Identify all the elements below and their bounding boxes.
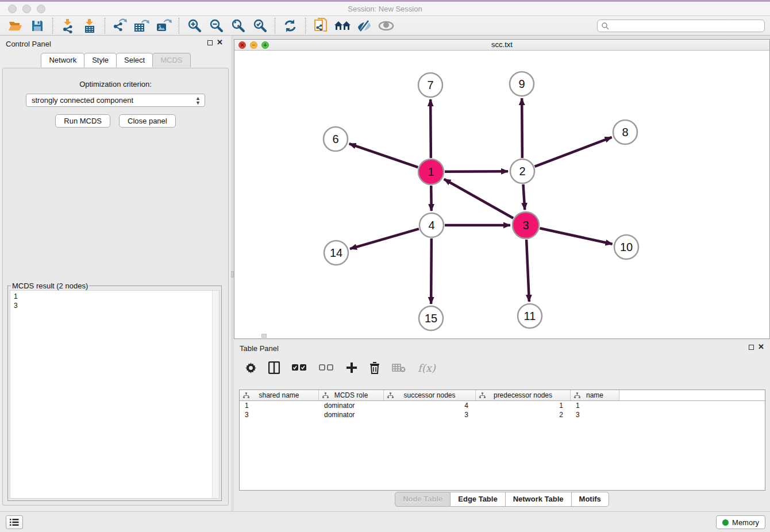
table-cell[interactable]: dominator [319, 401, 384, 410]
mcds-result-title: MCDS result (2 nodes) [11, 282, 89, 290]
gear-icon[interactable] [245, 363, 256, 373]
zoom-network-icon[interactable]: + [261, 41, 269, 49]
delete-icon[interactable] [369, 362, 380, 374]
import-table-icon[interactable] [79, 17, 101, 34]
column-header-name[interactable]: name [571, 390, 619, 400]
table-body: 1dominator4113dominator323 [240, 401, 765, 419]
function-icon[interactable]: f(x) [418, 362, 436, 374]
column-header-filler [619, 390, 765, 400]
title-bar: Session: New Session [0, 2, 770, 16]
node-label-1: 1 [428, 165, 434, 178]
minimize-network-icon[interactable]: − [250, 41, 257, 49]
main-area: Control Panel ✕ NetworkStyleSelectMCDS O… [0, 36, 770, 511]
node-table[interactable]: shared nameMCDS rolesuccessor nodesprede… [239, 390, 765, 491]
run-mcds-button[interactable]: Run MCDS [55, 114, 110, 128]
close-table-panel-icon[interactable]: ✕ [758, 342, 764, 351]
edge-3-10[interactable] [540, 228, 612, 244]
node-label-11: 11 [524, 310, 536, 322]
split-columns-icon[interactable] [268, 361, 280, 374]
export-network-icon[interactable] [109, 17, 131, 34]
column-header-predecessor-nodes[interactable]: predecessor nodes [476, 390, 571, 400]
memory-button[interactable]: Memory [716, 515, 765, 529]
edge-1-7[interactable] [430, 99, 431, 158]
table-row[interactable]: 1dominator411 [240, 401, 765, 410]
edge-2-3[interactable] [523, 184, 525, 210]
network-home-icon[interactable] [332, 17, 353, 34]
table-cell[interactable]: 3 [240, 410, 319, 419]
table-cell[interactable]: 3 [384, 410, 476, 419]
horizontal-divider-handle[interactable] [261, 334, 267, 338]
delete-table-icon[interactable] [392, 363, 406, 372]
table-cell[interactable]: dominator [319, 410, 384, 419]
memory-label: Memory [732, 518, 759, 527]
float-panel-icon[interactable] [207, 40, 213, 45]
toolbar-separator [179, 18, 179, 34]
float-table-panel-icon[interactable] [749, 345, 754, 350]
export-image-icon[interactable] [153, 17, 175, 34]
edge-1-2[interactable] [445, 171, 508, 172]
tab-style[interactable]: Style [84, 53, 117, 67]
tab-network-table[interactable]: Network Table [506, 492, 572, 507]
zoom-selected-icon[interactable] [249, 17, 271, 34]
window-title: Session: New Session [0, 2, 770, 16]
close-network-icon[interactable]: ✕ [238, 41, 246, 49]
edge-4-15[interactable] [431, 238, 432, 304]
tab-motifs[interactable]: Motifs [572, 492, 609, 507]
search-input[interactable] [609, 21, 764, 31]
node-label-15: 15 [425, 312, 437, 325]
network-window-titlebar[interactable]: ✕ − + scc.txt [234, 40, 769, 51]
select-all-icon[interactable] [292, 364, 307, 371]
refresh-layout-icon[interactable] [279, 17, 301, 34]
edge-3-1[interactable] [444, 179, 514, 218]
table-cell[interactable]: 1 [476, 401, 571, 410]
table-cell[interactable]: 1 [240, 401, 319, 410]
zoom-fit-icon[interactable] [227, 17, 249, 34]
table-row[interactable]: 3dominator323 [240, 410, 765, 419]
edge-3-11[interactable] [526, 240, 529, 302]
zoom-in-icon[interactable] [183, 17, 205, 34]
eye-icon[interactable] [375, 17, 397, 34]
add-column-icon[interactable] [346, 362, 357, 373]
hide-eye-icon[interactable] [353, 17, 375, 34]
column-header-successor-nodes[interactable]: successor nodes [384, 390, 476, 400]
node-label-6: 6 [332, 133, 338, 145]
deselect-all-icon[interactable] [319, 364, 334, 371]
column-label: name [586, 391, 603, 399]
minimize-window-icon[interactable] [22, 5, 31, 13]
mcds-result-area[interactable]: 1 3 [10, 290, 220, 499]
edge-2-8[interactable] [535, 137, 612, 167]
zoom-window-icon[interactable] [37, 5, 45, 13]
task-list-icon[interactable] [6, 515, 23, 529]
chevron-updown-icon: ▲▼ [195, 96, 201, 105]
table-cell[interactable]: 2 [476, 410, 571, 419]
optimization-criterion-select[interactable]: strongly connected component ▲▼ [26, 94, 205, 107]
zoom-out-icon[interactable] [205, 17, 227, 34]
search-field[interactable] [597, 20, 765, 32]
column-header-shared-name[interactable]: shared name [240, 390, 319, 400]
save-session-icon[interactable] [26, 17, 48, 34]
open-file-icon[interactable] [5, 17, 26, 34]
import-network-icon[interactable] [57, 17, 79, 34]
table-cell[interactable]: 4 [384, 401, 476, 410]
export-table-icon[interactable] [131, 17, 153, 34]
node-label-9: 9 [518, 78, 525, 90]
column-header-MCDS-role[interactable]: MCDS role [319, 390, 384, 400]
table-toolbar: f(x) [234, 355, 770, 379]
edge-1-6[interactable] [349, 144, 418, 167]
node-label-8: 8 [622, 126, 628, 138]
network-canvas[interactable]: 7968124314101511 [234, 51, 769, 338]
result-scrollbar[interactable] [212, 291, 219, 498]
tab-select[interactable]: Select [116, 53, 153, 67]
tab-edge-table[interactable]: Edge Table [451, 492, 505, 507]
tab-mcds[interactable]: MCDS [152, 53, 190, 67]
table-cell[interactable]: 1 [571, 401, 619, 410]
close-panel-button[interactable]: Close panel [119, 114, 176, 128]
tab-node-table[interactable]: Node Table [395, 492, 451, 507]
edge-2-9[interactable] [522, 98, 522, 158]
close-window-icon[interactable] [8, 5, 17, 13]
tab-network[interactable]: Network [41, 53, 84, 67]
duplicate-network-icon[interactable] [310, 17, 332, 34]
close-panel-icon[interactable]: ✕ [217, 38, 223, 47]
table-cell[interactable]: 3 [571, 410, 619, 419]
edge-4-14[interactable] [350, 229, 419, 249]
